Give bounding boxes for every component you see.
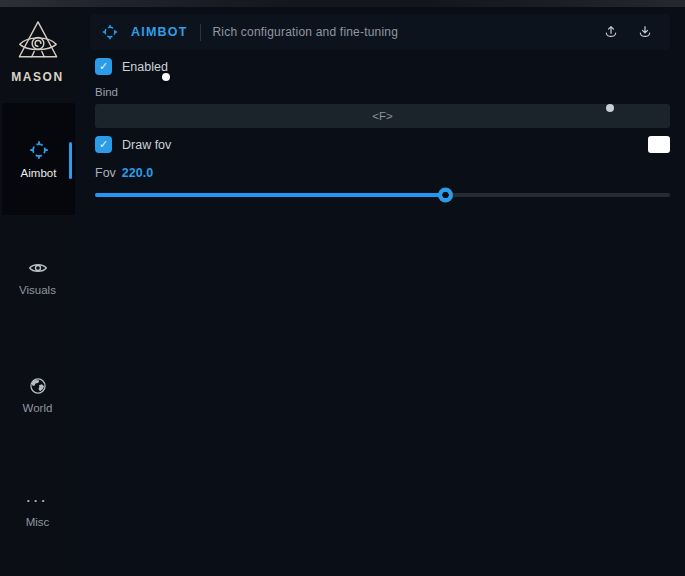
ellipsis-icon: ···	[27, 496, 49, 510]
brand-name: MASON	[0, 70, 75, 84]
slider-thumb[interactable]	[438, 188, 453, 203]
crosshair-icon	[28, 139, 50, 161]
sidebar-item-label: Aimbot	[21, 167, 57, 179]
export-config-button[interactable]	[597, 19, 625, 45]
globe-icon	[28, 376, 48, 396]
sidebar-item-aimbot[interactable]: Aimbot	[2, 103, 75, 215]
header-divider	[200, 24, 201, 41]
mason-logo-icon	[15, 19, 61, 63]
page-title: AIMBOT	[131, 25, 188, 39]
sidebar-item-label: Visuals	[19, 284, 56, 296]
slider-track	[95, 193, 670, 197]
page-header: AIMBOT Rich configuration and fine-tunin…	[90, 14, 670, 50]
sidebar-item-world[interactable]: World	[0, 376, 75, 414]
fov-value: 220.0	[122, 166, 153, 180]
enabled-label: Enabled	[122, 60, 168, 74]
draw-fov-label: Draw fov	[122, 138, 171, 152]
import-config-button[interactable]	[631, 19, 659, 45]
sidebar-item-visuals[interactable]: Visuals	[0, 258, 75, 296]
crosshair-icon	[101, 23, 119, 41]
cursor-dot	[606, 104, 614, 112]
fov-label: Fov	[95, 166, 116, 180]
app-window: MASON Aimbot Visuals World ··· Misc AIMB…	[0, 0, 685, 576]
fov-value-row: Fov 220.0	[95, 166, 153, 180]
bind-input[interactable]: <F>	[95, 104, 670, 128]
sidebar-item-label: World	[23, 402, 53, 414]
window-top-edge	[0, 0, 685, 7]
fov-slider[interactable]	[95, 188, 670, 202]
mouse-cursor-dot	[162, 73, 170, 81]
upload-icon	[603, 24, 619, 40]
bind-value: <F>	[372, 110, 392, 122]
draw-fov-row: ✓ Draw fov	[95, 136, 670, 153]
sidebar: MASON Aimbot Visuals World ··· Misc	[0, 7, 75, 576]
eye-icon	[28, 258, 48, 278]
download-icon	[637, 24, 653, 40]
fov-color-swatch[interactable]	[648, 136, 670, 153]
bind-label: Bind	[95, 86, 118, 98]
content-panel: AIMBOT Rich configuration and fine-tunin…	[75, 7, 685, 576]
active-tab-indicator	[69, 142, 72, 179]
enabled-checkbox[interactable]: ✓	[95, 58, 112, 75]
brand: MASON	[0, 19, 75, 84]
page-subtitle: Rich configuration and fine-tuning	[213, 25, 399, 39]
draw-fov-checkbox[interactable]: ✓	[95, 136, 112, 153]
sidebar-item-misc[interactable]: ··· Misc	[0, 496, 75, 528]
slider-fill	[95, 193, 446, 197]
enabled-row: ✓ Enabled	[95, 58, 168, 75]
sidebar-item-label: Misc	[26, 516, 50, 528]
